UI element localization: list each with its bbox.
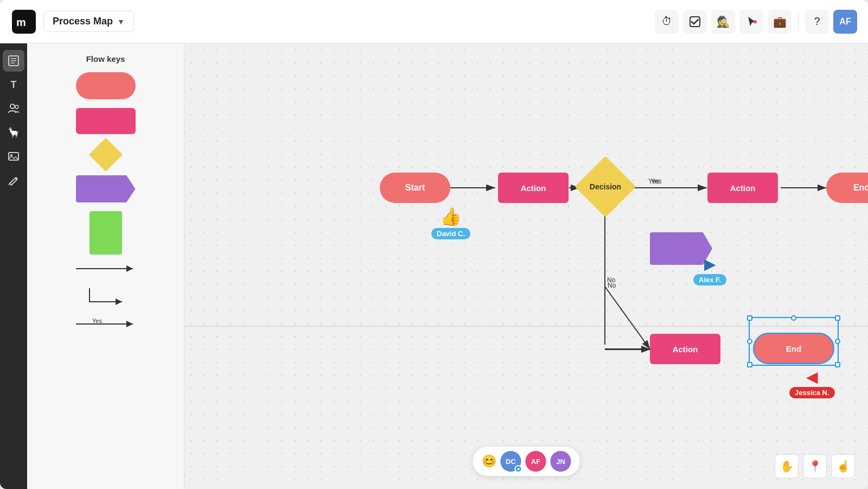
shape-rect-green-item[interactable] (36, 211, 175, 255)
header-right: ⏱ 🕵️ 💼 ? AF (655, 10, 857, 34)
connector-straight-item[interactable] (36, 263, 175, 274)
chevron-shape (76, 175, 136, 202)
oval-shape (76, 72, 136, 99)
page-title: Process Map (53, 16, 113, 27)
cursor-button[interactable] (739, 10, 763, 34)
user2-avatar[interactable]: AF (526, 451, 546, 472)
david-cursor: 👍 David C. (431, 206, 470, 239)
handle-br[interactable] (835, 362, 840, 367)
canvas-svg: Yes No (184, 43, 868, 489)
header-left: m Process Map ▼ (11, 9, 134, 35)
shape-diamond-item[interactable] (36, 143, 175, 167)
svg-point-8 (10, 104, 15, 109)
bottom-center-toolbar: 😊 DC ★ AF JN (473, 447, 580, 476)
handle-ml[interactable] (747, 339, 752, 344)
shape-oval-item[interactable] (36, 72, 175, 99)
user1-avatar-wrap: DC ★ (501, 451, 521, 472)
start-node[interactable]: Start (380, 173, 450, 203)
header: m Process Map ▼ ⏱ 🕵️ 💼 ? AF (0, 0, 868, 43)
handle-bl[interactable] (747, 362, 752, 367)
action2-label: Action (730, 183, 756, 193)
title-area[interactable]: Process Map ▼ (43, 11, 134, 32)
image-button[interactable] (3, 145, 24, 167)
rectangle-shape (76, 108, 136, 134)
flow-keys-title: Flow keys (36, 54, 175, 63)
header-divider (798, 13, 799, 30)
handle-mr[interactable] (835, 339, 840, 344)
map-pin-button[interactable]: 📍 (803, 454, 827, 478)
bottom-right-tools: ✋ 📍 ☝️ (775, 454, 855, 478)
shape-chevron-item[interactable] (36, 175, 175, 202)
svg-text:DC: DC (506, 458, 516, 466)
help-button[interactable]: ? (805, 10, 829, 34)
spy-button[interactable]: 🕵️ (711, 10, 735, 34)
end2-label: End (786, 344, 801, 353)
people-button[interactable] (3, 98, 24, 119)
logo: m (11, 9, 37, 35)
main-area: T 🦙 Flow keys (0, 43, 868, 489)
action3-node[interactable]: Action (650, 334, 720, 364)
action1-label: Action (521, 183, 546, 193)
user3-avatar[interactable]: JN (551, 451, 571, 472)
hand-tool-button[interactable]: ✋ (775, 454, 799, 478)
chevron-node[interactable] (650, 232, 712, 265)
avatar-badge: ★ (515, 465, 522, 473)
jessica-cursor: ◀ Jessica N. (789, 368, 835, 398)
lane-divider (184, 326, 868, 327)
svg-text:No: No (607, 276, 616, 284)
start-label: Start (405, 183, 425, 193)
svg-text:Yes: Yes (648, 177, 659, 185)
svg-text:Yes: Yes (92, 319, 102, 324)
handle-tr[interactable] (835, 315, 840, 321)
user-avatar-button[interactable]: AF (833, 10, 857, 34)
canvas-area[interactable]: Yes No (184, 43, 868, 489)
connector-elbow-item[interactable] (36, 283, 175, 310)
sidebar: Flow keys Yes (27, 43, 184, 489)
left-toolbar: T 🦙 (0, 43, 27, 489)
end1-label: End (853, 183, 868, 193)
decision-node[interactable]: Decision (578, 165, 633, 208)
app-container: m Process Map ▼ ⏱ 🕵️ 💼 ? AF (0, 0, 868, 489)
check-button[interactable] (683, 10, 707, 34)
svg-point-9 (15, 105, 18, 109)
arrows-svg: Yes No (184, 43, 868, 489)
svg-text:m: m (16, 16, 26, 28)
sticky-note-button[interactable] (3, 50, 24, 72)
pencil-button[interactable] (3, 169, 24, 191)
alex-tag: Alex F. (693, 274, 726, 285)
handle-tl[interactable] (747, 315, 752, 321)
decision-diamond (575, 156, 636, 217)
chevron-down-icon: ▼ (117, 17, 125, 26)
svg-line-12 (9, 183, 10, 185)
svg-text:JN: JN (556, 458, 565, 466)
connector-labeled-item[interactable]: Yes (36, 319, 175, 329)
david-tag: David C. (431, 228, 470, 239)
svg-point-3 (754, 20, 757, 23)
action2-node[interactable]: Action (707, 173, 778, 203)
llama-button[interactable]: 🦙 (3, 122, 24, 143)
gesture-button[interactable]: ☝️ (831, 454, 855, 478)
jessica-tag: Jessica N. (789, 387, 835, 398)
diamond-shape (88, 138, 122, 172)
emoji-button[interactable]: 😊 (482, 454, 496, 468)
rectangle-green-shape (90, 211, 122, 255)
action1-node[interactable]: Action (498, 173, 569, 203)
svg-line-24 (605, 287, 650, 349)
handle-tc[interactable] (791, 315, 796, 321)
user1-avatar[interactable]: DC ★ (501, 451, 521, 472)
shape-rect-item[interactable] (36, 108, 175, 134)
briefcase-button[interactable]: 💼 (768, 10, 792, 34)
timer-button[interactable]: ⏱ (655, 10, 679, 34)
text-button[interactable]: T (3, 74, 24, 96)
svg-text:AF: AF (531, 458, 540, 466)
svg-text:Yes: Yes (651, 177, 662, 185)
svg-text:No: No (608, 282, 616, 289)
end1-node[interactable]: End (826, 173, 868, 203)
action3-label: Action (673, 345, 698, 354)
end2-node[interactable]: End (753, 333, 834, 364)
